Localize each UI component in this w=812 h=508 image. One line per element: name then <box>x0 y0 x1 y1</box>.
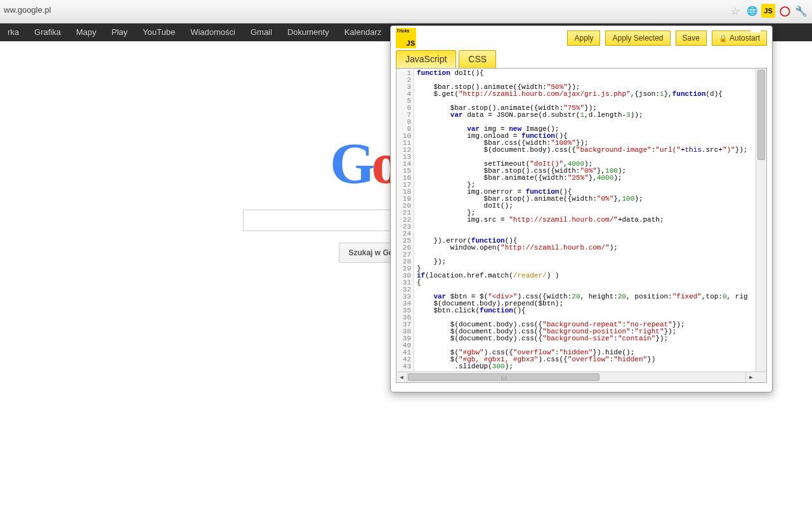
scrollbar-grip: ||| <box>501 375 507 380</box>
nav-kalendarz[interactable]: Kalendarz <box>337 23 390 41</box>
nav-gmail[interactable]: Gmail <box>243 23 280 41</box>
js-extension-icon[interactable]: JS <box>761 4 775 18</box>
nav-grafika[interactable]: Grafika <box>27 23 69 41</box>
scroll-right-arrow[interactable]: ► <box>745 372 756 382</box>
browser-toolbar: ww.google.pl ☆ 🌐 JS ◯ 🔧 <box>0 0 812 23</box>
extension-popup: Tricks JS Apply Apply Selected Save Auto… <box>390 25 773 392</box>
extension-logo: Tricks JS <box>396 28 416 48</box>
apply-selected-button[interactable]: Apply Selected <box>605 30 670 46</box>
toolbar-icons: ☆ 🌐 JS ◯ 🔧 <box>728 4 808 18</box>
save-button[interactable]: Save <box>676 30 707 46</box>
adblock-icon[interactable]: ◯ <box>778 4 792 18</box>
scrollbar-thumb[interactable] <box>757 70 765 160</box>
vertical-scrollbar[interactable] <box>756 69 766 372</box>
extension-tabs: JavaScript CSS <box>391 50 772 68</box>
extension-header: Tricks JS Apply Apply Selected Save Auto… <box>391 26 772 50</box>
address-bar[interactable]: ww.google.pl <box>0 5 51 15</box>
tab-css[interactable]: CSS <box>459 50 496 68</box>
code-area[interactable]: function doIt(){ $bar.stop().animate({wi… <box>414 69 766 382</box>
nav-dokumenty[interactable]: Dokumenty <box>280 23 337 41</box>
horizontal-scrollbar[interactable]: ◄ ||| ► <box>396 371 766 382</box>
nav-mapy[interactable]: Mapy <box>69 23 104 41</box>
nav-youtube[interactable]: YouTube <box>135 23 183 41</box>
wrench-icon[interactable]: 🔧 <box>794 4 808 18</box>
nav-wiadomości[interactable]: Wiadomości <box>183 23 243 41</box>
tab-javascript[interactable]: JavaScript <box>396 50 456 68</box>
autostart-button[interactable]: Autostart <box>712 30 767 46</box>
line-gutter: 1234567891011121314151617181920212223242… <box>396 69 414 382</box>
code-editor[interactable]: 1234567891011121314151617181920212223242… <box>396 68 767 383</box>
apply-button[interactable]: Apply <box>567 30 600 46</box>
nav-rka[interactable]: rka <box>0 23 27 41</box>
nav-play[interactable]: Play <box>104 23 135 41</box>
bookmark-star-icon[interactable]: ☆ <box>728 4 742 18</box>
globe-icon[interactable]: 🌐 <box>745 4 759 18</box>
scroll-left-arrow[interactable]: ◄ <box>396 372 407 382</box>
